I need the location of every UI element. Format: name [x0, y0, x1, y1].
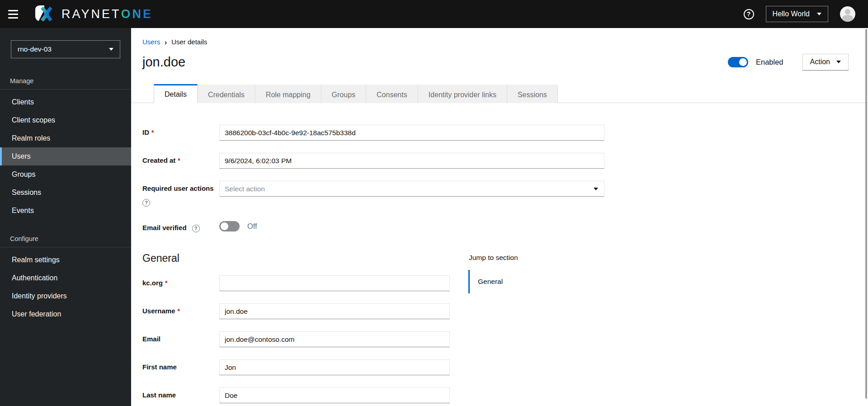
nav-list-manage: Clients Client scopes Realm roles Users … — [0, 90, 131, 223]
breadcrumb: Users › User details — [142, 28, 849, 46]
breadcrumb-users-link[interactable]: Users — [142, 38, 160, 46]
vertical-scrollbar[interactable] — [865, 29, 867, 399]
breadcrumb-current: User details — [171, 38, 207, 46]
enabled-toggle[interactable] — [728, 57, 748, 67]
tab-role-mapping[interactable]: Role mapping — [255, 85, 321, 103]
tab-identity-provider-links[interactable]: Identity provider links — [418, 85, 507, 103]
general-form: kc.org* Username* Email — [142, 275, 464, 403]
avatar[interactable] — [840, 6, 855, 22]
sidebar: rno-dev-03 Manage Clients Client scopes … — [0, 28, 131, 406]
topbar-actions: ? Hello World — [744, 6, 855, 22]
brand-name-part1: RAYNET — [61, 7, 121, 21]
general-section: General kc.org* Username* — [142, 252, 849, 406]
question-circle-icon[interactable]: ? — [142, 199, 150, 207]
chevron-down-icon — [109, 48, 113, 51]
required-asterisk: * — [165, 279, 167, 287]
action-dropdown-label: Action — [810, 58, 830, 66]
required-asterisk: * — [178, 307, 180, 315]
page-header: jon.doe Enabled Action — [142, 53, 849, 71]
form-row-email: Email — [142, 331, 464, 347]
jump-to-section-label: Jump to section — [469, 254, 518, 262]
tab-sessions[interactable]: Sessions — [507, 85, 558, 103]
sidebar-item-realm-settings[interactable]: Realm settings — [0, 251, 131, 269]
breadcrumb-separator-icon: › — [165, 38, 167, 46]
required-user-actions-label: Required user actions ? — [142, 181, 219, 207]
email-label: Email — [142, 331, 219, 347]
nav-list-configure: Realm settings Authentication Identity p… — [0, 247, 131, 327]
tab-credentials[interactable]: Credentials — [198, 85, 255, 103]
user-details-form: ID* Created at* Required user actions ? — [142, 125, 849, 406]
app-window: RAYNETONE ? Hello World rno-dev-03 Manag… — [0, 0, 868, 406]
tab-details[interactable]: Details — [154, 84, 198, 103]
jump-link-general[interactable]: General — [468, 270, 518, 293]
required-user-actions-select[interactable] — [219, 181, 604, 207]
email-verified-control: Off — [219, 220, 257, 232]
username-label: Username* — [142, 303, 219, 319]
enabled-label: Enabled — [756, 58, 783, 66]
form-row-kc-org: kc.org* — [142, 275, 464, 291]
form-row-email-verified: Email verified ? Off — [142, 220, 849, 232]
sidebar-item-groups[interactable]: Groups — [0, 165, 131, 184]
chevron-down-icon — [817, 13, 821, 15]
email-verified-label: Email verified ? — [142, 220, 219, 232]
question-circle-icon[interactable]: ? — [192, 225, 200, 232]
general-section-left: General kc.org* Username* — [142, 252, 464, 406]
tab-bar: Details Credentials Role mapping Groups … — [131, 84, 868, 103]
sidebar-item-events[interactable]: Events — [0, 202, 131, 220]
brand-logo-icon — [34, 5, 56, 23]
tab-consents[interactable]: Consents — [366, 85, 418, 103]
email-verified-toggle[interactable] — [219, 221, 240, 231]
jump-to-section-nav: Jump to section General — [469, 252, 518, 406]
realm-selector-value: rno-dev-03 — [18, 45, 52, 53]
username-field[interactable] — [219, 303, 450, 319]
sidebar-item-identity-providers[interactable]: Identity providers — [0, 287, 131, 305]
hamburger-menu-icon[interactable] — [8, 5, 26, 23]
first-name-field[interactable] — [219, 359, 450, 375]
email-field[interactable] — [219, 331, 450, 347]
sidebar-item-user-federation[interactable]: User federation — [0, 305, 131, 323]
created-at-label: Created at* — [142, 153, 219, 169]
chevron-down-icon — [836, 61, 841, 63]
created-at-field[interactable] — [219, 153, 604, 169]
user-menu-label: Hello World — [773, 10, 810, 18]
form-row-first-name: First name — [142, 359, 464, 375]
last-name-field[interactable] — [219, 387, 450, 403]
email-verified-state: Off — [247, 222, 257, 231]
sidebar-item-sessions[interactable]: Sessions — [0, 184, 131, 202]
top-bar: RAYNETONE ? Hello World — [0, 0, 868, 28]
tab-groups[interactable]: Groups — [321, 85, 366, 103]
action-dropdown-button[interactable]: Action — [802, 54, 849, 71]
jump-links-list: General — [469, 270, 518, 293]
chevron-down-icon — [594, 188, 598, 190]
general-heading: General — [142, 252, 464, 264]
form-row-id: ID* — [142, 125, 849, 141]
sidebar-item-clients[interactable]: Clients — [0, 93, 131, 111]
brand-name: RAYNETONE — [61, 7, 153, 21]
required-asterisk: * — [151, 129, 154, 136]
nav-group-configure-label: Configure — [0, 230, 131, 247]
id-field[interactable] — [219, 125, 604, 141]
form-row-created-at: Created at* — [142, 153, 849, 169]
brand-name-part2: ONE — [121, 7, 153, 21]
form-row-last-name: Last name — [142, 387, 464, 403]
required-user-actions-input[interactable] — [219, 181, 604, 197]
page-title: jon.doe — [142, 55, 185, 70]
last-name-label: Last name — [142, 387, 219, 403]
sidebar-item-authentication[interactable]: Authentication — [0, 269, 131, 287]
page-header-controls: Enabled Action — [728, 54, 849, 71]
first-name-label: First name — [142, 359, 219, 375]
form-row-username: Username* — [142, 303, 464, 319]
id-label: ID* — [142, 125, 219, 141]
user-menu-button[interactable]: Hello World — [766, 6, 828, 22]
kc-org-label: kc.org* — [142, 275, 219, 291]
kc-org-field[interactable] — [219, 275, 450, 291]
main-content: Users › User details jon.doe Enabled Act… — [131, 28, 868, 406]
help-icon[interactable]: ? — [744, 9, 754, 19]
sidebar-item-users[interactable]: Users — [0, 147, 131, 165]
sidebar-item-client-scopes[interactable]: Client scopes — [0, 111, 131, 129]
sidebar-item-realm-roles[interactable]: Realm roles — [0, 129, 131, 147]
realm-selector[interactable]: rno-dev-03 — [11, 40, 120, 58]
nav-group-manage-label: Manage — [0, 72, 131, 89]
form-row-required-user-actions: Required user actions ? — [142, 181, 849, 207]
required-asterisk: * — [178, 157, 180, 164]
